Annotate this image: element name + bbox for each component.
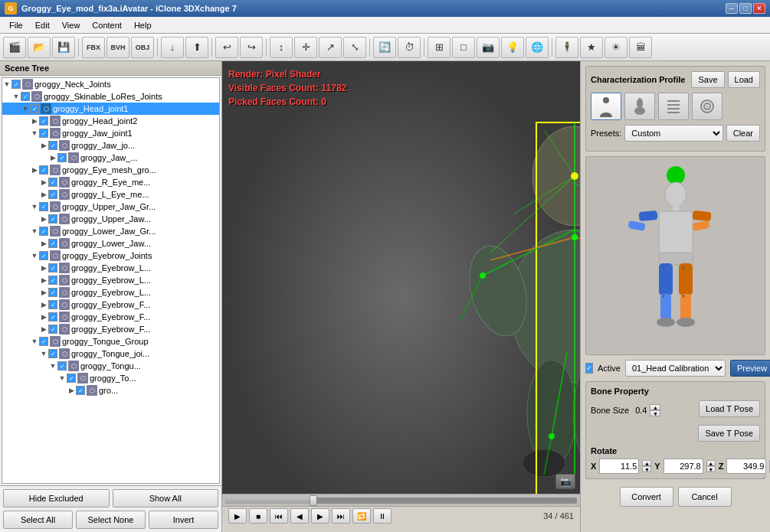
toolbar-bld-btn[interactable]: 🏛 xyxy=(629,37,652,58)
play-button[interactable]: ▶ xyxy=(228,508,247,524)
tree-item[interactable]: ▼✓⬡groggy_Tongue_Group xyxy=(2,335,219,348)
tree-item[interactable]: ▶✓⬡groggy_Eyebrow_F... xyxy=(2,299,219,311)
last-frame-button[interactable]: ⏭ xyxy=(332,508,350,524)
viewport-content[interactable]: Render: Pixel Shader Visible Faces Count… xyxy=(222,61,580,532)
load-t-pose-button[interactable]: Load T Pose xyxy=(699,400,760,417)
profile-icon-foot[interactable] xyxy=(624,93,655,120)
hide-excluded-button[interactable]: Hide Excluded xyxy=(3,489,110,508)
invert-button[interactable]: Invert xyxy=(149,511,218,529)
tree-item[interactable]: ▶✓⬡groggy_Eye_mesh_gro... xyxy=(2,164,219,176)
close-button[interactable]: ✕ xyxy=(753,3,765,14)
select-all-button[interactable]: Select All xyxy=(3,511,73,529)
toolbar-cam-btn[interactable]: 🔄 xyxy=(373,37,396,58)
save-t-pose-button[interactable]: Save T Pose xyxy=(698,425,760,442)
presets-select[interactable]: CustomDefault xyxy=(624,125,722,142)
rotate-x-input[interactable] xyxy=(599,459,639,474)
profile-icon-target[interactable] xyxy=(692,93,722,120)
toolbar-move-btn[interactable]: ↕ xyxy=(270,37,293,58)
wave-button[interactable]: ⏸ xyxy=(373,508,392,524)
toolbar-obj-btn[interactable]: OBJ xyxy=(131,37,154,58)
tree-item[interactable]: ▼✓⬡groggy_To... xyxy=(2,372,219,384)
tree-item[interactable]: ▶✓⬡gro... xyxy=(2,384,219,397)
minimize-button[interactable]: ─ xyxy=(726,3,738,14)
tree-item[interactable]: ▼✓⬡groggy_Lower_Jaw_Gr... xyxy=(2,225,219,237)
toolbar-grid-btn[interactable]: ⊞ xyxy=(428,37,451,58)
tree-item[interactable]: ▶✓⬡groggy_Eyebrow_L... xyxy=(2,262,219,274)
profile-icon-list[interactable] xyxy=(658,93,689,120)
rotate-y-down[interactable]: ▼ xyxy=(706,466,716,472)
loop-button[interactable]: 🔁 xyxy=(352,508,371,524)
tree-item[interactable]: ▼✓⬡groggy_Jaw_joint1 xyxy=(2,127,219,139)
toolbar-undo-btn[interactable]: ↩ xyxy=(215,37,238,58)
toolbar-bvh-btn[interactable]: BVH xyxy=(106,37,129,58)
toolbar-select-btn[interactable]: ✛ xyxy=(294,37,317,58)
select-none-button[interactable]: Select None xyxy=(76,511,146,529)
toolbar-sun-btn[interactable]: ☀ xyxy=(605,37,627,58)
toolbar-export-btn[interactable]: ⬆ xyxy=(185,37,208,58)
load-profile-button[interactable]: Load xyxy=(728,71,760,88)
rotate-x-spinner[interactable]: ▲ ▼ xyxy=(642,460,651,472)
menu-help[interactable]: Help xyxy=(128,18,158,33)
toolbar-redo-btn[interactable]: ↪ xyxy=(240,37,263,58)
tree-item[interactable]: ▶✓⬡groggy_Jaw_jo... xyxy=(2,139,219,152)
toolbar-rotate-btn[interactable]: ↗ xyxy=(319,37,342,58)
bone-size-spinner[interactable]: ▲ ▼ xyxy=(650,404,660,416)
capture-button[interactable]: 📷 xyxy=(555,474,575,489)
stop-button[interactable]: ■ xyxy=(249,508,267,524)
tree-item[interactable]: ▶✓⬡groggy_Upper_Jaw... xyxy=(2,213,219,225)
toolbar-scale-btn[interactable]: ⤡ xyxy=(343,37,366,58)
tree-item[interactable]: ▼✓⬡groggy_Head_joint1 xyxy=(2,103,219,115)
tree-item[interactable]: ▼✓⬡groggy_Eyebrow_Joints xyxy=(2,250,219,262)
progress-thumb[interactable] xyxy=(310,495,317,506)
menu-view[interactable]: View xyxy=(56,18,87,33)
rotate-y-spinner[interactable]: ▲ ▼ xyxy=(706,460,716,472)
prev-frame-button[interactable]: ◀ xyxy=(290,508,309,524)
rotate-y-up[interactable]: ▲ xyxy=(706,460,716,466)
toolbar-light-btn[interactable]: 💡 xyxy=(501,37,524,58)
show-all-button[interactable]: Show All xyxy=(113,489,219,508)
tree-item[interactable]: ▶✓⬡groggy_R_Eye_me... xyxy=(2,176,219,188)
convert-button[interactable]: Convert xyxy=(620,487,673,507)
toolbar-pose-btn[interactable]: ★ xyxy=(580,37,603,58)
tree-item[interactable]: ▼✓⬡groggy_Tongue_joi... xyxy=(2,348,219,360)
tree-item[interactable]: ▼✓⬡groggy_Skinable_LoRes_Joints xyxy=(2,90,219,103)
toolbar-save-btn[interactable]: 💾 xyxy=(52,37,75,58)
rotate-y-input[interactable] xyxy=(664,459,703,474)
menu-edit[interactable]: Edit xyxy=(29,18,56,33)
profile-icon-person[interactable] xyxy=(591,93,621,120)
progress-bar-track[interactable] xyxy=(225,498,577,504)
toolbar-globe-btn[interactable]: 🌐 xyxy=(526,37,549,58)
tree-item[interactable]: ▼✓⬡groggy_Tongu... xyxy=(2,360,219,372)
first-frame-button[interactable]: ⏮ xyxy=(270,508,288,524)
tree-item[interactable]: ▶✓⬡groggy_Eyebrow_F... xyxy=(2,311,219,323)
rotate-x-down[interactable]: ▼ xyxy=(642,466,651,472)
bone-size-up[interactable]: ▲ xyxy=(650,404,660,410)
tree-item[interactable]: ▶✓⬡groggy_Head_joint2 xyxy=(2,115,219,127)
tree-item[interactable]: ▶✓⬡groggy_Eyebrow_L... xyxy=(2,274,219,286)
maximize-button[interactable]: □ xyxy=(739,3,752,14)
active-checkbox[interactable]: ✓ xyxy=(585,363,593,374)
tree-item[interactable]: ▼✓⬡groggy_Neck_Joints xyxy=(2,78,219,90)
toolbar-char-btn[interactable]: 🕴 xyxy=(555,37,578,58)
tree-item[interactable]: ▶✓⬡groggy_L_Eye_me... xyxy=(2,188,219,201)
menu-file[interactable]: File xyxy=(3,18,29,33)
next-frame-button[interactable]: ▶ xyxy=(311,508,329,524)
clear-button[interactable]: Clear xyxy=(726,125,760,142)
rotate-x-up[interactable]: ▲ xyxy=(642,460,651,466)
toolbar-anim-btn[interactable]: ⏱ xyxy=(398,37,421,58)
menu-content[interactable]: Content xyxy=(86,18,128,33)
bone-size-down[interactable]: ▼ xyxy=(650,410,660,416)
rotate-z-input[interactable] xyxy=(726,459,766,474)
preview-button[interactable]: Preview xyxy=(730,360,770,377)
save-profile-button[interactable]: Save xyxy=(691,71,724,88)
progress-bar-container[interactable] xyxy=(222,494,580,507)
toolbar-cam2-btn[interactable]: 📷 xyxy=(477,37,500,58)
tree-item[interactable]: ▶✓⬡groggy_Jaw_... xyxy=(2,152,219,164)
tree-item[interactable]: ▶✓⬡groggy_Eyebrow_L... xyxy=(2,286,219,299)
scene-tree-container[interactable]: ▼✓⬡groggy_Neck_Joints▼✓⬡groggy_Skinable_… xyxy=(2,77,220,484)
active-dropdown[interactable]: 01_Head Calibration02_Body Calibration xyxy=(625,360,726,377)
toolbar-fbx-btn[interactable]: FBX xyxy=(82,37,105,58)
toolbar-import-btn[interactable]: ↓ xyxy=(161,37,184,58)
viewport[interactable]: Render: Pixel Shader Visible Faces Count… xyxy=(222,61,580,532)
toolbar-scene-btn[interactable]: 🎬 xyxy=(3,37,26,58)
